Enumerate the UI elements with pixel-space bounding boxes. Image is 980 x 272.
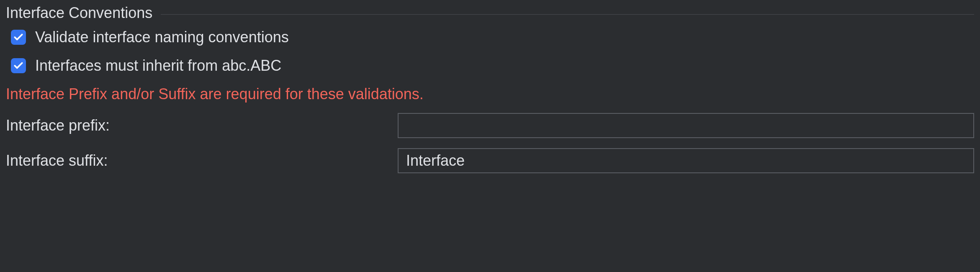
section-title: Interface Conventions [6,4,152,22]
inherit-abc-label: Interfaces must inherit from abc.ABC [35,57,281,74]
validate-naming-row: Validate interface naming conventions [11,28,974,46]
interface-suffix-input[interactable] [398,148,974,173]
inherit-abc-checkbox[interactable] [11,58,26,73]
validate-naming-checkbox[interactable] [11,30,26,45]
interface-prefix-row: Interface prefix: [6,113,974,138]
interface-suffix-row: Interface suffix: [6,148,974,173]
interface-prefix-input[interactable] [398,113,974,138]
section-divider [161,14,974,15]
interface-conventions-section: Interface Conventions Validate interface… [0,0,980,173]
validation-error-message: Interface Prefix and/or Suffix are requi… [6,85,974,103]
section-header: Interface Conventions [0,0,980,26]
validate-naming-label: Validate interface naming conventions [35,28,289,46]
interface-suffix-label: Interface suffix: [6,152,398,169]
inherit-abc-row: Interfaces must inherit from abc.ABC [11,57,974,74]
checkmark-icon [13,60,24,71]
checkmark-icon [13,32,24,43]
interface-prefix-label: Interface prefix: [6,117,398,134]
